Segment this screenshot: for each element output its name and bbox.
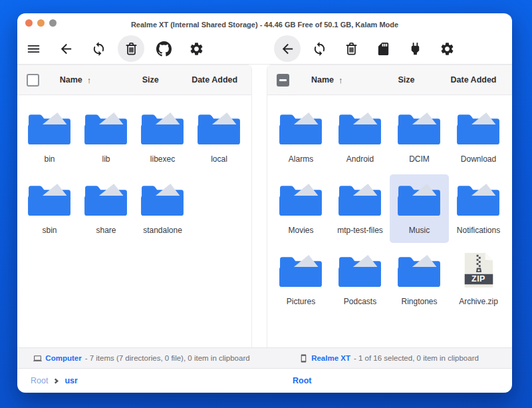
laptop-icon xyxy=(33,354,42,363)
local-pane: Name ↑ Size Date Added bin lib libexec l… xyxy=(17,65,252,347)
file-item-label: Ringtones xyxy=(401,297,437,306)
file-item-label: Movies xyxy=(288,226,313,235)
file-item-dcim[interactable]: DCIM xyxy=(390,103,449,172)
breadcrumb-bar: Root usr Root xyxy=(17,369,512,393)
maximize-window-button[interactable] xyxy=(49,19,57,27)
folder-icon xyxy=(335,180,385,218)
file-item-libexec[interactable]: libexec xyxy=(134,103,191,172)
zip-file-icon: ZIP xyxy=(461,251,497,290)
file-item-movies[interactable]: Movies xyxy=(271,174,331,243)
local-breadcrumb-current[interactable]: usr xyxy=(65,376,77,385)
local-device-name: Computer xyxy=(45,354,81,362)
local-select-all-checkbox[interactable] xyxy=(27,74,39,87)
close-window-button[interactable] xyxy=(25,19,33,27)
folder-icon xyxy=(335,109,385,147)
local-delete-button[interactable] xyxy=(118,35,144,62)
file-item-local[interactable]: local xyxy=(191,103,247,172)
local-back-button[interactable] xyxy=(53,35,79,62)
folder-icon xyxy=(25,180,74,218)
github-button[interactable] xyxy=(150,35,177,62)
device-back-button[interactable] xyxy=(274,35,301,62)
folder-icon xyxy=(138,109,188,147)
local-refresh-button[interactable] xyxy=(85,35,112,62)
menu-icon xyxy=(26,41,41,57)
file-item-ringtones[interactable]: Ringtones xyxy=(390,246,449,314)
file-item-standalone[interactable]: standalone xyxy=(134,174,191,243)
file-item-mtp-test-files[interactable]: mtp-test-files xyxy=(331,174,390,243)
file-item-archive-zip[interactable]: ZIP Archive.zip xyxy=(449,246,508,314)
file-item-pictures[interactable]: Pictures xyxy=(271,246,331,314)
file-item-label: lib xyxy=(102,154,110,164)
file-item-podcasts[interactable]: Podcasts xyxy=(331,246,390,314)
zip-badge: ZIP xyxy=(463,274,495,284)
file-item-label: standalone xyxy=(143,226,182,235)
minimize-window-button[interactable] xyxy=(37,19,45,27)
gear-icon xyxy=(189,41,204,57)
status-bar: Computer - 7 items (7 directories, 0 fil… xyxy=(17,347,512,369)
file-item-sbin[interactable]: sbin xyxy=(21,174,78,243)
smartphone-icon xyxy=(299,354,308,363)
local-name-column-header[interactable]: Name ↑ xyxy=(60,75,123,85)
local-breadcrumb: Root usr xyxy=(17,376,279,385)
file-item-label: bin xyxy=(44,154,55,164)
device-refresh-button[interactable] xyxy=(306,35,332,62)
device-settings-button[interactable] xyxy=(434,35,460,62)
device-pane: Name ↑ Size Date Added Alarms Android DC… xyxy=(267,65,512,347)
app-window: Realme XT (Internal Shared Storage) - 44… xyxy=(17,13,512,393)
sort-ascending-icon: ↑ xyxy=(338,75,343,85)
file-item-share[interactable]: share xyxy=(78,174,134,243)
local-settings-button[interactable] xyxy=(183,35,209,62)
arrow-back-icon xyxy=(59,41,74,57)
local-date-column-header[interactable]: Date Added xyxy=(178,75,251,85)
file-item-label: share xyxy=(96,226,116,235)
folder-icon xyxy=(194,109,244,147)
gear-icon xyxy=(440,41,455,57)
local-status-text: - 7 items (7 directories, 0 file), 0 ite… xyxy=(85,354,250,362)
refresh-icon xyxy=(312,41,327,57)
file-item-label: Download xyxy=(461,154,496,164)
local-file-grid: bin lib libexec local sbin share standal… xyxy=(17,95,251,243)
file-item-alarms[interactable]: Alarms xyxy=(271,103,331,172)
arrow-back-icon xyxy=(280,41,295,57)
device-name-column-header[interactable]: Name ↑ xyxy=(311,75,378,85)
file-item-download[interactable]: Download xyxy=(449,103,508,172)
sort-ascending-icon: ↑ xyxy=(87,75,92,85)
device-select-all-checkbox[interactable] xyxy=(277,74,289,87)
device-size-column-header[interactable]: Size xyxy=(378,75,435,85)
trash-icon xyxy=(344,41,359,57)
folder-icon xyxy=(394,180,444,218)
window-controls xyxy=(25,19,57,27)
file-item-android[interactable]: Android xyxy=(331,103,390,172)
file-item-label: mtp-test-files xyxy=(337,226,383,235)
menu-button[interactable] xyxy=(20,35,47,62)
file-item-label: Archive.zip xyxy=(459,297,498,306)
content-area: Name ↑ Size Date Added bin lib libexec l… xyxy=(17,65,512,347)
file-item-label: local xyxy=(211,154,227,164)
file-item-label: Android xyxy=(346,154,374,164)
folder-icon xyxy=(25,109,74,147)
local-size-column-header[interactable]: Size xyxy=(123,75,178,85)
device-pane-header: Name ↑ Size Date Added xyxy=(267,65,512,95)
folder-icon xyxy=(81,180,131,218)
toolbar-device xyxy=(269,35,512,62)
file-item-label: sbin xyxy=(42,226,57,235)
file-item-label: libexec xyxy=(150,154,175,164)
folder-icon xyxy=(454,180,503,218)
file-item-label: DCIM xyxy=(409,154,430,164)
local-pane-header: Name ↑ Size Date Added xyxy=(17,65,251,95)
file-item-notifications[interactable]: Notifications xyxy=(449,174,508,243)
device-delete-button[interactable] xyxy=(338,35,364,62)
file-item-bin[interactable]: bin xyxy=(21,103,78,172)
local-breadcrumb-root[interactable]: Root xyxy=(31,376,48,385)
device-date-column-header[interactable]: Date Added xyxy=(435,75,512,85)
file-item-lib[interactable]: lib xyxy=(78,103,134,172)
local-status: Computer - 7 items (7 directories, 0 fil… xyxy=(17,354,266,363)
device-breadcrumb-root[interactable]: Root xyxy=(293,376,311,385)
file-item-music[interactable]: Music xyxy=(390,174,449,243)
folder-icon xyxy=(454,109,503,147)
power-plug-icon xyxy=(408,41,423,57)
disconnect-device-button[interactable] xyxy=(402,35,428,62)
storage-select-button[interactable] xyxy=(370,35,396,62)
file-item-label: Notifications xyxy=(457,226,500,235)
folder-icon xyxy=(276,180,326,218)
